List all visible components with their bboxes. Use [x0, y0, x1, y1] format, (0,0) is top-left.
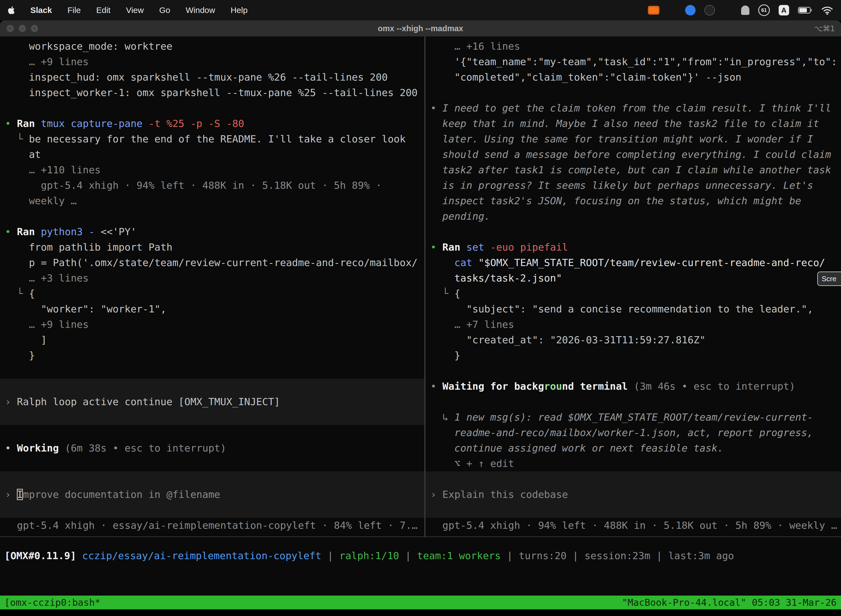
zoom-button[interactable]: +	[31, 25, 38, 32]
terminal-line: cat "$OMX_TEAM_STATE_ROOT/team/review-cu…	[425, 255, 841, 270]
tmux-client: workspace_mode: worktree … +9 lines insp…	[0, 37, 841, 537]
terminal-line: keep that in mind. Maybe I also need the…	[425, 116, 841, 131]
window-shortcut-hint: ⌥⌘1	[814, 24, 835, 33]
wifi-icon[interactable]	[821, 6, 833, 15]
active-app-menu[interactable]: Slack	[30, 6, 52, 15]
waiting-status: • Waiting for background terminal (3m 46…	[425, 378, 841, 394]
percent-61-icon[interactable]: 61	[758, 4, 770, 16]
terminal-line: readme-and-reco/mailbox/worker-1.json, a…	[425, 425, 841, 440]
terminal-line: … +9 lines	[0, 317, 424, 332]
menu-item-help[interactable]: Help	[231, 6, 248, 15]
terminal-line: … +9 lines	[0, 54, 424, 70]
terminal-line: … +7 lines	[425, 317, 841, 332]
minimize-button[interactable]: −	[19, 25, 26, 32]
terminal-line: "completed","claim_token":"claim-token"}…	[425, 70, 841, 85]
inject-banner: › Ralph loop active continue [OMX_TMUX_I…	[0, 394, 424, 409]
tmux-host-clock: "MacBook-Pro-44.local" 05:03 31-Mar-26	[622, 597, 837, 608]
terminal-line: pending.	[425, 209, 841, 224]
bottom-gap	[0, 609, 841, 616]
ghost-icon[interactable]	[741, 6, 749, 15]
terminal-line: gpt-5.4 xhigh · 94% left · 488K in · 5.1…	[0, 178, 424, 193]
dark-app-icon[interactable]	[705, 5, 715, 15]
menu-item-view[interactable]: View	[126, 6, 144, 15]
terminal-line: ⌥ + ↑ edit	[425, 456, 841, 471]
terminal-line	[425, 224, 841, 239]
menu-item-window[interactable]: Window	[186, 6, 215, 15]
apple-menu-icon[interactable]	[8, 6, 15, 15]
terminal-line: • Ran set -euo pipefail	[425, 239, 841, 255]
battery-icon[interactable]	[798, 7, 812, 14]
working-status: • Working (6m 38s • esc to interrupt)	[0, 440, 424, 456]
terminal-line: └ {	[0, 286, 424, 301]
terminal-line: should send a message before completing …	[425, 147, 841, 162]
tmux-status-bar: [omx-cczip0:bash* "MacBook-Pro-44.local"…	[0, 595, 841, 609]
terminal-line: "worker": "worker-1",	[0, 301, 424, 317]
terminal-line: is in progress? It seems likely but perh…	[425, 178, 841, 193]
terminal-line: weekly …	[0, 193, 424, 209]
terminal-line	[0, 100, 424, 116]
terminal-line: task2 after task1 is complete, but can I…	[425, 162, 841, 178]
screen-recording-icon[interactable]	[648, 6, 659, 15]
menu-item-edit[interactable]: Edit	[96, 6, 111, 15]
terminal-line: └ {	[425, 286, 841, 301]
tmux-pane-left: workspace_mode: worktree … +9 lines insp…	[0, 37, 424, 537]
terminal-line: ]	[0, 332, 424, 348]
terminal-line: inspect task2's JSON, focusing on the st…	[425, 193, 841, 209]
terminal-line: later. Using the same for transition mig…	[425, 131, 841, 147]
terminal-line: … +3 lines	[0, 270, 424, 286]
terminal-line: tasks/task-2.json"	[425, 270, 841, 286]
tmux-pane-right: … +16 lines '{"team_name":"my-team","tas…	[425, 37, 841, 537]
window-title: omx --xhigh --madmax	[0, 24, 841, 33]
terminal-line: inspect_worker-1: omx sparkshell --tmux-…	[0, 85, 424, 100]
menu-item-file[interactable]: File	[67, 6, 81, 15]
omx-hud-status: [OMX#0.11.9] cczip/essay/ai-reimplementa…	[4, 548, 841, 563]
terminal-line: … +16 lines	[425, 39, 841, 54]
terminal-line	[425, 363, 841, 378]
app-grid-icon[interactable]	[724, 6, 732, 15]
terminal-line: "created_at": "2026-03-31T11:59:27.816Z"	[425, 332, 841, 348]
menu-item-go[interactable]: Go	[159, 6, 170, 15]
terminal-line: workspace_mode: worktree	[0, 39, 424, 54]
input-source-icon[interactable]: A	[779, 5, 789, 15]
menu-bar-status-icons: 61 A	[648, 4, 833, 16]
terminal-line	[0, 363, 424, 378]
omx-hud: [OMX#0.11.9] cczip/essay/ai-reimplementa…	[0, 537, 841, 595]
terminal-line	[425, 85, 841, 100]
terminal-line: "subject": "send a concise recommendatio…	[425, 301, 841, 317]
terminal-line: }	[0, 348, 424, 363]
prompt-suggestion[interactable]: › Explain this codebase	[425, 487, 841, 502]
terminal-line	[0, 471, 424, 487]
terminal-line: └ be necessary for the end of the README…	[0, 131, 424, 147]
tmux-session-label: [omx-cczip0:bash*	[4, 597, 100, 608]
terminal-line: p = Path('.omx/state/team/review-current…	[0, 255, 424, 270]
window-grid-icon[interactable]	[668, 6, 676, 14]
pane-status-line: gpt-5.4 xhigh · 94% left · 488K in · 5.1…	[425, 518, 841, 533]
terminal-line: … +110 lines	[0, 162, 424, 178]
terminal-line: continue assigned work or next feasible …	[425, 440, 841, 456]
terminal-line: from pathlib import Path	[0, 239, 424, 255]
terminal-line	[425, 394, 841, 409]
desktop: Slack FileEditViewGoWindowHelp 61 A × −	[0, 0, 841, 616]
terminal-line	[0, 378, 424, 394]
terminal-line	[0, 209, 424, 224]
close-button[interactable]: ×	[7, 25, 14, 32]
terminal-line: }	[425, 348, 841, 363]
window-title-bar: × − + omx --xhigh --madmax ⌥⌘1	[0, 21, 841, 37]
terminal-line	[0, 409, 424, 425]
terminal-line	[0, 425, 424, 440]
terminal-line: at	[0, 147, 424, 162]
terminal-line: • Ran tmux capture-pane -t %25 -p -S -80	[0, 116, 424, 131]
terminal-line: • I need to get the claim token from the…	[425, 100, 841, 116]
terminal-window: × − + omx --xhigh --madmax ⌥⌘1 workspace…	[0, 21, 841, 616]
terminal-line	[425, 502, 841, 518]
clipped-tooltip: Scre	[817, 271, 841, 286]
terminal-line	[425, 471, 841, 487]
terminal-line	[0, 456, 424, 471]
pane-status-line: gpt-5.4 xhigh · essay/ai-reimplementatio…	[0, 518, 424, 533]
terminal-line: ↳ 1 new msg(s): read $OMX_TEAM_STATE_ROO…	[425, 409, 841, 425]
menu-bar: Slack FileEditViewGoWindowHelp 61 A	[0, 0, 841, 21]
prompt-input[interactable]: › Improve documentation in @filename	[0, 487, 424, 502]
terminal-line	[0, 502, 424, 518]
blue-app-icon[interactable]	[685, 5, 696, 15]
terminal-line: inspect_hud: omx sparkshell --tmux-pane …	[0, 70, 424, 85]
